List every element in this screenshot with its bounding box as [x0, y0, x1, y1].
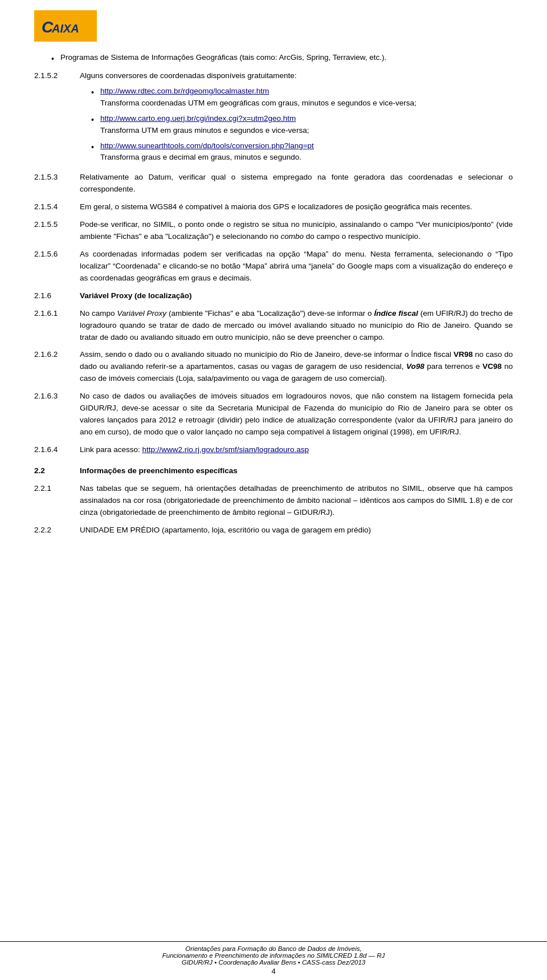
section-2154: 2.1.5.4 Em geral, o sistema WGS84 é comp…	[34, 201, 513, 213]
footer-line1: Orientações para Formação do Banco de Da…	[34, 945, 513, 952]
bullet-carto: http://www.carto.eng.uerj.br/cgi/index.c…	[80, 113, 513, 137]
rdtec-desc: Transforma coordenadas UTM em geográfica…	[100, 99, 417, 107]
s2162-text3: para terrenos e	[424, 362, 483, 371]
vo98-bold-italic: Vo98	[406, 362, 424, 371]
section-221: 2.2.1 Nas tabelas que se seguem, há orie…	[34, 483, 513, 519]
section-content-2152: Alguns conversores de coordenadas dispon…	[80, 70, 513, 167]
section-content-216: Variável Proxy (de localização)	[80, 290, 513, 302]
caixa-logo: C AIXA	[37, 12, 94, 40]
section-222: 2.2.2 UNIDADE EM PRÉDIO (apartamento, lo…	[34, 524, 513, 536]
section-content-2164: Link para acesso: http://www2.rio.rj.gov…	[80, 444, 513, 456]
link-logradouro[interactable]: http://www2.rio.rj.gov.br/smf/siam/logra…	[142, 445, 309, 454]
bullet-text-carto: http://www.carto.eng.uerj.br/cgi/index.c…	[100, 113, 513, 137]
section-content-2153: Relativamente ao Datum, verificar qual o…	[80, 172, 513, 196]
section-2164: 2.1.6.4 Link para acesso: http://www2.ri…	[34, 444, 513, 456]
bullet-text-rdtec: http://www.rdtec.com.br/rdgeomg/localmas…	[100, 86, 513, 109]
bullet-dot-carto	[91, 114, 100, 127]
indice-fiscal-bold-italic: Índice fiscal	[374, 309, 418, 318]
section-num-216: 2.1.6	[34, 290, 80, 302]
section-num-221: 2.2.1	[34, 483, 80, 495]
header: C AIXA	[34, 10, 513, 42]
section-2155: 2.1.5.5 Pode-se verificar, no SIMIL, o p…	[34, 219, 513, 243]
section-num-2164: 2.1.6.4	[34, 444, 80, 456]
footer-line2: Funcionamento e Preenchimento de informa…	[34, 952, 513, 959]
link-carto[interactable]: http://www.carto.eng.uerj.br/cgi/index.c…	[100, 114, 296, 123]
sunearth-desc: Transforma graus e decimal em graus, min…	[100, 153, 301, 161]
section-content-2163: No caso de dados ou avaliações de imóvei…	[80, 391, 513, 438]
bullet-text-programas: Programas de Sistema de Informações Geog…	[60, 52, 513, 64]
bullet-rdtec: http://www.rdtec.com.br/rdgeomg/localmas…	[80, 86, 513, 109]
logo-area: C AIXA	[34, 10, 103, 42]
section-content-2155: Pode-se verificar, no SIMIL, o ponto ond…	[80, 219, 513, 243]
variavel-proxy-italic: Variável Proxy	[117, 309, 166, 318]
carto-desc: Transforma UTM em graus minutos e segund…	[100, 126, 309, 135]
bullet-programas: Programas de Sistema de Informações Geog…	[34, 52, 513, 66]
section-2162: 2.1.6.2 Assim, sendo o dado ou o avalian…	[34, 349, 513, 385]
section-2163: 2.1.6.3 No caso de dados ou avaliações d…	[34, 391, 513, 438]
footer-page: 4	[34, 967, 513, 975]
section-22: 2.2 Informações de preenchimento específ…	[34, 465, 513, 477]
content: Programas de Sistema de Informações Geog…	[34, 52, 513, 536]
s2156-text1: As coordenadas informadas podem ser veri…	[80, 250, 366, 258]
page-wrapper: C AIXA Programas de Sistema de Informaçõ…	[0, 0, 547, 587]
section-num-2152: 2.1.5.2	[34, 70, 80, 82]
section-content-2156: As coordenadas informadas podem ser veri…	[80, 249, 513, 284]
logo-box: C AIXA	[34, 10, 97, 42]
link-rdtec[interactable]: http://www.rdtec.com.br/rdgeomg/localmas…	[100, 87, 269, 95]
vc98-bold: VC98	[483, 362, 502, 371]
section-2152: 2.1.5.2 Alguns conversores de coordenada…	[34, 70, 513, 167]
section-content-2162: Assim, sendo o dado ou o avaliando situa…	[80, 349, 513, 385]
section-content-221: Nas tabelas que se seguem, há orientaçõe…	[80, 483, 513, 519]
section-num-2161: 2.1.6.1	[34, 308, 80, 320]
footer-line3: GIDUR/RJ • Coordenação Avaliar Bens • CA…	[34, 959, 513, 966]
section-num-2153: 2.1.5.3	[34, 172, 80, 184]
section-content-22: Informações de preenchimento específicas	[80, 465, 513, 477]
bullet-dot-programas	[51, 53, 60, 66]
section-num-2163: 2.1.6.3	[34, 391, 80, 402]
section-content-222: UNIDADE EM PRÉDIO (apartamento, loja, es…	[80, 524, 513, 536]
section-num-2155: 2.1.5.5	[34, 219, 80, 231]
section-2156: 2.1.5.6 As coordenadas informadas podem …	[34, 249, 513, 284]
section-num-2156: 2.1.5.6	[34, 249, 80, 261]
section-2152-text: Alguns conversores de coordenadas dispon…	[80, 71, 296, 80]
vr98-bold: VR98	[454, 350, 473, 359]
section-num-22: 2.2	[34, 465, 80, 477]
section-2153: 2.1.5.3 Relativamente ao Datum, verifica…	[34, 172, 513, 196]
section-content-2161: No campo Variável Proxy (ambiente "Ficha…	[80, 308, 513, 344]
combo-italic: combo	[280, 232, 304, 241]
s2164-label: Link para acesso:	[80, 445, 140, 454]
footer: Orientações para Formação do Banco de Da…	[0, 941, 547, 980]
bullet-dot-rdtec	[91, 87, 100, 99]
link-sunearth[interactable]: http://www.sunearthtools.com/dp/tools/co…	[100, 141, 314, 150]
section-num-2162: 2.1.6.2	[34, 349, 80, 361]
section-content-2154: Em geral, o sistema WGS84 é compatível à…	[80, 201, 513, 213]
bullet-dot-sunearth	[91, 141, 100, 154]
section-num-2154: 2.1.5.4	[34, 201, 80, 213]
section-num-222: 2.2.2	[34, 524, 80, 536]
section-216: 2.1.6 Variável Proxy (de localização)	[34, 290, 513, 302]
section-2161: 2.1.6.1 No campo Variável Proxy (ambient…	[34, 308, 513, 344]
svg-text:AIXA: AIXA	[51, 22, 79, 35]
bullet-text-sunearth: http://www.sunearthtools.com/dp/tools/co…	[100, 140, 513, 164]
s2162-text1: Assim, sendo o dado ou o avaliando situa…	[80, 350, 454, 359]
bullet-sunearth: http://www.sunearthtools.com/dp/tools/co…	[80, 140, 513, 164]
